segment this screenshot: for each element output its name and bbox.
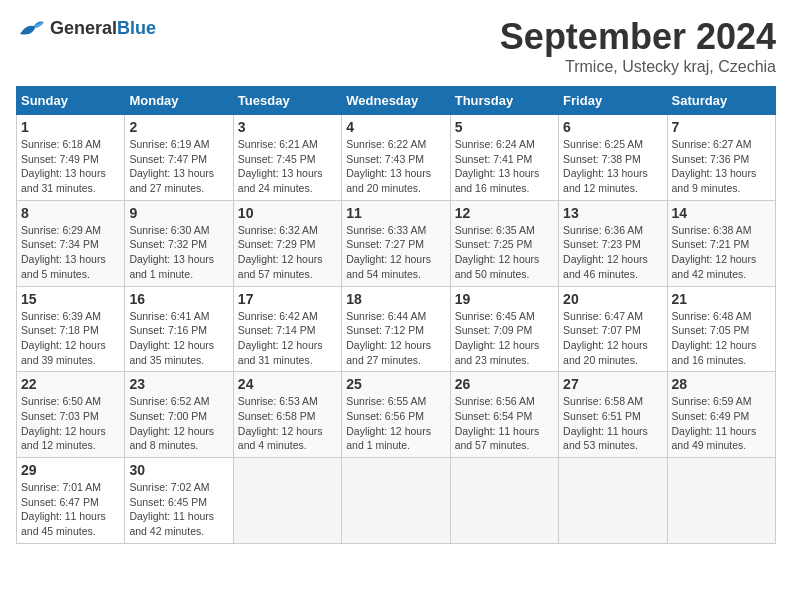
day-info: Sunrise: 6:30 AM Sunset: 7:32 PM Dayligh…	[129, 223, 228, 282]
day-info: Sunrise: 6:19 AM Sunset: 7:47 PM Dayligh…	[129, 137, 228, 196]
day-cell: 8Sunrise: 6:29 AM Sunset: 7:34 PM Daylig…	[17, 200, 125, 286]
day-cell: 4Sunrise: 6:22 AM Sunset: 7:43 PM Daylig…	[342, 115, 450, 201]
day-number: 13	[563, 205, 662, 221]
day-number: 2	[129, 119, 228, 135]
day-cell: 15Sunrise: 6:39 AM Sunset: 7:18 PM Dayli…	[17, 286, 125, 372]
day-cell: 3Sunrise: 6:21 AM Sunset: 7:45 PM Daylig…	[233, 115, 341, 201]
weekday-header-row: SundayMondayTuesdayWednesdayThursdayFrid…	[17, 87, 776, 115]
week-row-1: 1Sunrise: 6:18 AM Sunset: 7:49 PM Daylig…	[17, 115, 776, 201]
day-cell: 7Sunrise: 6:27 AM Sunset: 7:36 PM Daylig…	[667, 115, 775, 201]
day-info: Sunrise: 6:50 AM Sunset: 7:03 PM Dayligh…	[21, 394, 120, 453]
day-info: Sunrise: 6:48 AM Sunset: 7:05 PM Dayligh…	[672, 309, 771, 368]
day-info: Sunrise: 6:52 AM Sunset: 7:00 PM Dayligh…	[129, 394, 228, 453]
day-cell: 11Sunrise: 6:33 AM Sunset: 7:27 PM Dayli…	[342, 200, 450, 286]
day-number: 24	[238, 376, 337, 392]
week-row-3: 15Sunrise: 6:39 AM Sunset: 7:18 PM Dayli…	[17, 286, 776, 372]
day-cell: 1Sunrise: 6:18 AM Sunset: 7:49 PM Daylig…	[17, 115, 125, 201]
logo-blue: Blue	[117, 18, 156, 38]
weekday-header-wednesday: Wednesday	[342, 87, 450, 115]
logo-general: General	[50, 18, 117, 38]
day-number: 3	[238, 119, 337, 135]
day-number: 5	[455, 119, 554, 135]
day-cell: 16Sunrise: 6:41 AM Sunset: 7:16 PM Dayli…	[125, 286, 233, 372]
week-row-2: 8Sunrise: 6:29 AM Sunset: 7:34 PM Daylig…	[17, 200, 776, 286]
day-cell: 5Sunrise: 6:24 AM Sunset: 7:41 PM Daylig…	[450, 115, 558, 201]
day-cell: 23Sunrise: 6:52 AM Sunset: 7:00 PM Dayli…	[125, 372, 233, 458]
day-cell: 18Sunrise: 6:44 AM Sunset: 7:12 PM Dayli…	[342, 286, 450, 372]
day-cell	[667, 458, 775, 544]
day-info: Sunrise: 6:41 AM Sunset: 7:16 PM Dayligh…	[129, 309, 228, 368]
page-header: GeneralBlue September 2024 Trmice, Ustec…	[16, 16, 776, 76]
day-number: 6	[563, 119, 662, 135]
day-cell: 26Sunrise: 6:56 AM Sunset: 6:54 PM Dayli…	[450, 372, 558, 458]
day-cell: 6Sunrise: 6:25 AM Sunset: 7:38 PM Daylig…	[559, 115, 667, 201]
day-number: 16	[129, 291, 228, 307]
month-title: September 2024	[500, 16, 776, 58]
day-cell: 25Sunrise: 6:55 AM Sunset: 6:56 PM Dayli…	[342, 372, 450, 458]
day-cell: 24Sunrise: 6:53 AM Sunset: 6:58 PM Dayli…	[233, 372, 341, 458]
day-number: 22	[21, 376, 120, 392]
day-info: Sunrise: 6:36 AM Sunset: 7:23 PM Dayligh…	[563, 223, 662, 282]
day-info: Sunrise: 6:21 AM Sunset: 7:45 PM Dayligh…	[238, 137, 337, 196]
day-number: 4	[346, 119, 445, 135]
day-number: 7	[672, 119, 771, 135]
day-info: Sunrise: 6:32 AM Sunset: 7:29 PM Dayligh…	[238, 223, 337, 282]
day-info: Sunrise: 6:55 AM Sunset: 6:56 PM Dayligh…	[346, 394, 445, 453]
day-cell: 28Sunrise: 6:59 AM Sunset: 6:49 PM Dayli…	[667, 372, 775, 458]
day-number: 20	[563, 291, 662, 307]
day-cell: 27Sunrise: 6:58 AM Sunset: 6:51 PM Dayli…	[559, 372, 667, 458]
day-number: 15	[21, 291, 120, 307]
day-number: 14	[672, 205, 771, 221]
day-number: 26	[455, 376, 554, 392]
logo-text: GeneralBlue	[50, 18, 156, 39]
day-number: 25	[346, 376, 445, 392]
day-info: Sunrise: 6:58 AM Sunset: 6:51 PM Dayligh…	[563, 394, 662, 453]
weekday-header-saturday: Saturday	[667, 87, 775, 115]
weekday-header-thursday: Thursday	[450, 87, 558, 115]
day-cell: 14Sunrise: 6:38 AM Sunset: 7:21 PM Dayli…	[667, 200, 775, 286]
day-info: Sunrise: 6:42 AM Sunset: 7:14 PM Dayligh…	[238, 309, 337, 368]
day-number: 17	[238, 291, 337, 307]
day-cell: 22Sunrise: 6:50 AM Sunset: 7:03 PM Dayli…	[17, 372, 125, 458]
day-cell: 21Sunrise: 6:48 AM Sunset: 7:05 PM Dayli…	[667, 286, 775, 372]
day-info: Sunrise: 6:56 AM Sunset: 6:54 PM Dayligh…	[455, 394, 554, 453]
day-cell: 17Sunrise: 6:42 AM Sunset: 7:14 PM Dayli…	[233, 286, 341, 372]
day-cell: 13Sunrise: 6:36 AM Sunset: 7:23 PM Dayli…	[559, 200, 667, 286]
day-number: 1	[21, 119, 120, 135]
day-cell: 20Sunrise: 6:47 AM Sunset: 7:07 PM Dayli…	[559, 286, 667, 372]
title-area: September 2024 Trmice, Ustecky kraj, Cze…	[500, 16, 776, 76]
day-cell: 9Sunrise: 6:30 AM Sunset: 7:32 PM Daylig…	[125, 200, 233, 286]
weekday-header-friday: Friday	[559, 87, 667, 115]
day-info: Sunrise: 6:27 AM Sunset: 7:36 PM Dayligh…	[672, 137, 771, 196]
day-cell: 12Sunrise: 6:35 AM Sunset: 7:25 PM Dayli…	[450, 200, 558, 286]
day-cell: 19Sunrise: 6:45 AM Sunset: 7:09 PM Dayli…	[450, 286, 558, 372]
day-info: Sunrise: 6:29 AM Sunset: 7:34 PM Dayligh…	[21, 223, 120, 282]
day-info: Sunrise: 6:39 AM Sunset: 7:18 PM Dayligh…	[21, 309, 120, 368]
day-number: 29	[21, 462, 120, 478]
day-number: 12	[455, 205, 554, 221]
day-info: Sunrise: 6:22 AM Sunset: 7:43 PM Dayligh…	[346, 137, 445, 196]
day-number: 27	[563, 376, 662, 392]
weekday-header-sunday: Sunday	[17, 87, 125, 115]
day-cell	[342, 458, 450, 544]
week-row-5: 29Sunrise: 7:01 AM Sunset: 6:47 PM Dayli…	[17, 458, 776, 544]
day-number: 23	[129, 376, 228, 392]
day-cell	[450, 458, 558, 544]
logo: GeneralBlue	[16, 16, 156, 40]
day-cell: 2Sunrise: 6:19 AM Sunset: 7:47 PM Daylig…	[125, 115, 233, 201]
day-number: 18	[346, 291, 445, 307]
day-number: 21	[672, 291, 771, 307]
day-info: Sunrise: 7:02 AM Sunset: 6:45 PM Dayligh…	[129, 480, 228, 539]
logo-bird-icon	[16, 16, 46, 40]
week-row-4: 22Sunrise: 6:50 AM Sunset: 7:03 PM Dayli…	[17, 372, 776, 458]
day-cell: 10Sunrise: 6:32 AM Sunset: 7:29 PM Dayli…	[233, 200, 341, 286]
day-cell	[559, 458, 667, 544]
day-number: 8	[21, 205, 120, 221]
day-number: 28	[672, 376, 771, 392]
day-info: Sunrise: 6:44 AM Sunset: 7:12 PM Dayligh…	[346, 309, 445, 368]
day-info: Sunrise: 6:45 AM Sunset: 7:09 PM Dayligh…	[455, 309, 554, 368]
day-info: Sunrise: 6:33 AM Sunset: 7:27 PM Dayligh…	[346, 223, 445, 282]
day-cell: 29Sunrise: 7:01 AM Sunset: 6:47 PM Dayli…	[17, 458, 125, 544]
day-number: 30	[129, 462, 228, 478]
day-info: Sunrise: 6:18 AM Sunset: 7:49 PM Dayligh…	[21, 137, 120, 196]
